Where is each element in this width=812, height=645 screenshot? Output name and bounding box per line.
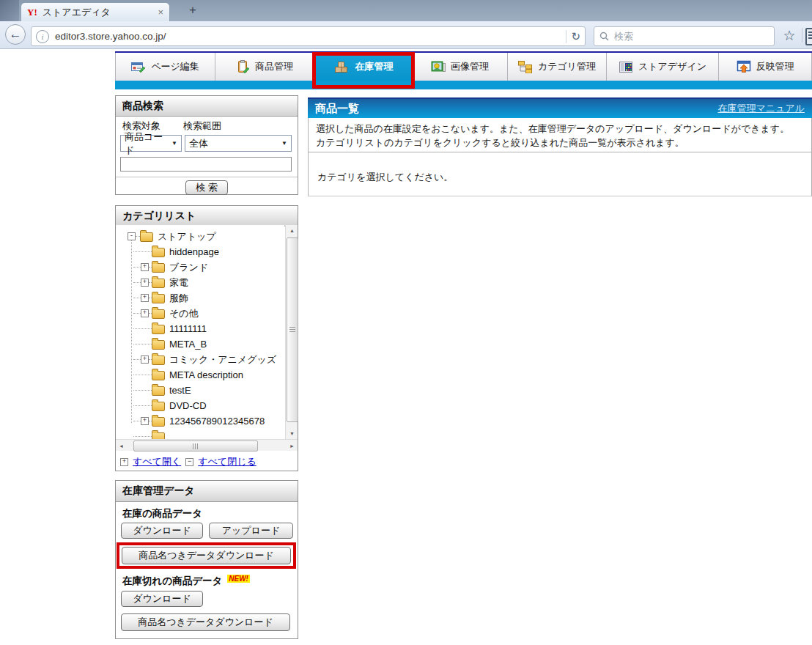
tab-close-icon[interactable]: × xyxy=(158,7,163,18)
tree-connector xyxy=(133,344,152,344)
category-tree-item[interactable]: META_B xyxy=(116,336,284,352)
collapse-toggle-icon[interactable]: - xyxy=(128,232,136,240)
scroll-down-arrow[interactable]: ▼ xyxy=(286,428,298,439)
category-label[interactable]: DVD-CD xyxy=(169,400,207,411)
category-tree-item[interactable]: -ストアトップ xyxy=(116,229,284,244)
search-target-select[interactable]: 商品コード ▼ xyxy=(120,135,182,152)
tab-store-design[interactable]: ストアデザイン xyxy=(607,53,719,81)
category-tree: -ストアトップhiddenpage+ブランド+家電+服飾+その他11111111… xyxy=(116,225,284,439)
url-bar[interactable]: i editor3.store.yahoo.co.jp/ ↻ xyxy=(31,26,586,46)
category-tree-item[interactable]: +服飾 xyxy=(116,290,284,306)
scrollbar-thumb[interactable] xyxy=(287,237,298,422)
folder-icon xyxy=(152,402,165,411)
scrollbar-thumb[interactable] xyxy=(133,441,258,452)
category-label[interactable]: ブランド xyxy=(169,261,208,274)
browser-tab-title: ストアエディタ xyxy=(43,6,152,19)
tree-connector xyxy=(133,328,152,329)
oos-named-data-download-button[interactable]: 商品名つきデータダウンロード xyxy=(121,613,290,631)
stock-upload-button[interactable]: アップロード xyxy=(209,523,293,539)
tree-connector xyxy=(133,421,141,421)
tab-deploy-mgmt[interactable]: 反映管理 xyxy=(719,53,812,81)
search-button[interactable]: 検 索 xyxy=(185,180,228,195)
expand-toggle-icon[interactable]: + xyxy=(141,294,149,302)
search-keyword-input[interactable] xyxy=(120,157,292,172)
tree-connector xyxy=(133,359,141,360)
category-label[interactable]: 123456789012345678 xyxy=(169,416,265,427)
search-placeholder: 検索 xyxy=(614,30,633,43)
tab-category-mgmt[interactable]: カテゴリ管理 xyxy=(508,53,607,81)
browser-tab[interactable]: Y! ストアエディタ × xyxy=(21,2,170,21)
stock-download-button[interactable]: ダウンロード xyxy=(121,523,203,539)
image-mgmt-icon xyxy=(431,61,446,73)
inventory-manual-link[interactable]: 在庫管理マニュアル xyxy=(717,102,805,115)
folder-icon xyxy=(152,386,165,396)
search-range-select[interactable]: 全体 ▼ xyxy=(185,135,292,152)
bookmark-star-icon[interactable]: ☆ xyxy=(780,25,799,45)
category-label[interactable]: META_B xyxy=(169,339,207,350)
category-label[interactable]: 家電 xyxy=(169,276,188,290)
scroll-up-arrow[interactable]: ▲ xyxy=(286,225,298,236)
expand-toggle-icon[interactable]: + xyxy=(141,309,149,317)
scroll-left-arrow[interactable]: ◄ xyxy=(116,440,127,452)
url-text[interactable]: editor3.store.yahoo.co.jp/ xyxy=(55,31,561,42)
category-tree-item[interactable]: +家電 xyxy=(116,275,284,290)
category-label[interactable]: コミック・アニメグッズ xyxy=(169,353,276,366)
horizontal-scrollbar[interactable]: ◄ ► xyxy=(116,439,298,451)
vertical-scrollbar[interactable]: ▲ ▼ xyxy=(285,225,298,439)
expand-toggle-icon[interactable]: + xyxy=(141,355,149,364)
expand-toggle-icon[interactable]: + xyxy=(141,263,149,271)
new-tab-button[interactable]: + xyxy=(183,1,202,19)
expand-all-link[interactable]: すべて開く xyxy=(133,455,181,468)
collapse-all-link[interactable]: すべて閉じる xyxy=(198,455,256,468)
site-info-icon[interactable]: i xyxy=(36,30,49,43)
browser-search-input[interactable]: 検索 xyxy=(594,26,775,46)
page-title: 商品一覧 xyxy=(315,102,359,116)
folder-icon xyxy=(152,294,165,303)
tab-image-mgmt[interactable]: 画像管理 xyxy=(413,53,508,81)
tab-label: カテゴリ管理 xyxy=(538,60,596,73)
tab-page-edit[interactable]: ページ編集 xyxy=(115,53,215,81)
category-tree-item[interactable]: 11111111 xyxy=(116,321,284,336)
named-data-download-button[interactable]: 商品名つきデータダウンロード xyxy=(122,547,291,564)
scroll-right-arrow[interactable]: ► xyxy=(287,440,298,452)
category-tree-item[interactable]: META description xyxy=(116,367,284,383)
category-label[interactable]: META description xyxy=(169,369,243,380)
tab-label: 画像管理 xyxy=(451,60,489,73)
oos-download-button[interactable]: ダウンロード xyxy=(121,591,203,607)
category-mgmt-icon xyxy=(518,60,533,73)
tab-inventory-mgmt[interactable]: 在庫管理 xyxy=(315,53,413,81)
category-label[interactable]: 11111111 xyxy=(169,323,207,334)
category-tree-item[interactable]: +ブランド xyxy=(116,259,284,275)
category-label[interactable]: 服飾 xyxy=(169,292,188,305)
tab-label: 反映管理 xyxy=(756,60,794,73)
folder-icon xyxy=(152,248,165,257)
category-tree-item[interactable]: +123456789012345678 xyxy=(116,413,284,429)
chevron-down-icon: ▼ xyxy=(281,140,287,147)
chevron-down-icon: ▼ xyxy=(171,140,177,147)
category-tree-item[interactable]: testE xyxy=(116,383,284,398)
category-tree-item[interactable]: hiddenpage xyxy=(116,244,284,259)
out-of-stock-label: 在庫切れの商品データNEW! xyxy=(122,575,250,588)
folder-icon xyxy=(152,371,165,380)
tab-product-mgmt[interactable]: 商品管理 xyxy=(215,53,315,81)
toolbar-divider xyxy=(802,28,802,43)
category-tree-item[interactable] xyxy=(116,429,284,439)
category-tree-item[interactable]: DVD-CD xyxy=(116,398,284,413)
category-label[interactable]: testE xyxy=(169,385,191,396)
category-tree-item[interactable]: +コミック・アニメグッズ xyxy=(116,352,284,367)
expand-toggle-icon[interactable]: + xyxy=(141,417,149,425)
tab-label: 在庫管理 xyxy=(355,60,394,73)
search-target-value: 商品コード xyxy=(125,130,171,157)
deploy-mgmt-icon xyxy=(737,60,751,73)
store-design-icon xyxy=(619,61,633,73)
category-label[interactable]: hiddenpage xyxy=(169,246,219,257)
reload-icon[interactable]: ↻ xyxy=(571,30,580,43)
expand-toggle-icon[interactable]: + xyxy=(141,279,149,287)
tree-connector xyxy=(133,436,152,437)
category-label[interactable]: ストアトップ xyxy=(158,230,216,243)
inventory-mgmt-icon xyxy=(334,60,350,73)
bookmarks-library-icon[interactable] xyxy=(805,28,812,45)
back-button[interactable]: ← xyxy=(5,24,26,45)
category-tree-item[interactable]: +その他 xyxy=(116,306,284,321)
category-label[interactable]: その他 xyxy=(169,307,199,320)
